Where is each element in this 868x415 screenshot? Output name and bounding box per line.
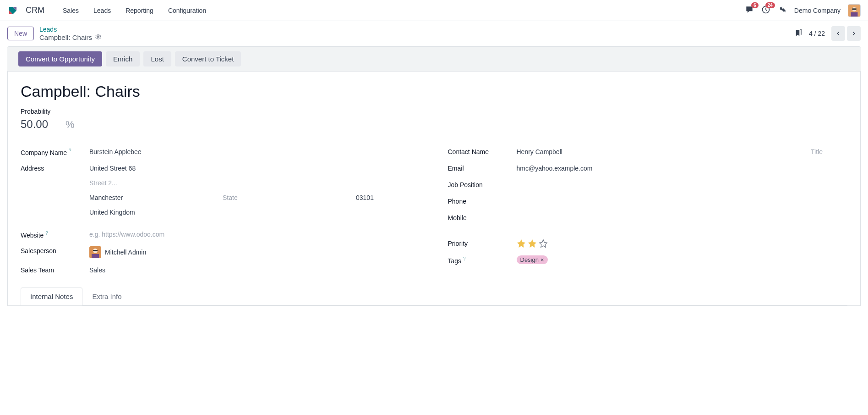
company-name-label: Company Name ? [21, 147, 89, 156]
state-input[interactable] [223, 193, 351, 202]
navbar-left: CRM Sales Leads Reporting Configuration [7, 2, 212, 19]
salesperson-value[interactable]: Mitchell Admin [89, 246, 420, 258]
app-logo-icon[interactable] [7, 5, 18, 16]
svg-rect-3 [852, 8, 856, 10]
pager-prev-button[interactable] [831, 26, 845, 41]
probability-label: Probability [21, 108, 847, 115]
website-input[interactable] [89, 230, 420, 239]
street-input[interactable] [89, 164, 420, 173]
form-sheet: Campbell: Chairs Probability % Company N… [7, 72, 861, 306]
company-selector[interactable]: Demo Company [794, 7, 841, 14]
job-position-label: Job Position [448, 180, 517, 188]
sales-team-label: Sales Team [21, 266, 89, 274]
tag-remove-icon[interactable]: × [540, 256, 544, 263]
website-label: Website ? [21, 230, 89, 239]
user-avatar[interactable] [848, 4, 861, 17]
city-input[interactable] [89, 193, 218, 202]
breadcrumb-current-text: Campbell: Chairs [39, 33, 92, 42]
lost-button[interactable]: Lost [143, 51, 171, 66]
gear-icon[interactable] [95, 33, 101, 42]
address-label: Address [21, 164, 89, 172]
messages-badge: 6 [751, 2, 759, 8]
street2-input[interactable] [89, 178, 420, 188]
top-navbar: CRM Sales Leads Reporting Configuration … [0, 0, 868, 21]
tab-internal-notes[interactable]: Internal Notes [21, 288, 82, 305]
form-grid: Company Name ? Address Webs [21, 144, 847, 278]
convert-opportunity-button[interactable]: Convert to Opportunity [18, 51, 102, 66]
tags-label: Tags ? [448, 255, 517, 265]
nav-configuration[interactable]: Configuration [163, 2, 212, 19]
job-position-input[interactable] [517, 180, 848, 189]
country-input[interactable] [89, 208, 420, 217]
form-left-column: Company Name ? Address Webs [21, 144, 420, 278]
zip-input[interactable] [356, 193, 420, 202]
navbar-right: 6 24 Demo Company [745, 4, 861, 17]
svg-point-5 [97, 36, 99, 38]
status-bar: Convert to Opportunity Enrich Lost Conve… [7, 46, 861, 72]
control-right: 4 / 22 [794, 26, 861, 41]
mobile-label: Mobile [448, 213, 517, 221]
star-icon[interactable] [517, 239, 526, 248]
nav-sales[interactable]: Sales [57, 2, 84, 19]
form-right-column: Contact Name Email Job Position Phone Mo… [448, 144, 848, 278]
percent-symbol: % [66, 119, 75, 131]
activities-badge: 24 [765, 2, 775, 8]
help-icon[interactable]: ? [463, 256, 466, 261]
tab-extra-info[interactable]: Extra Info [82, 288, 131, 305]
nav-reporting[interactable]: Reporting [120, 2, 159, 19]
messages-icon[interactable]: 6 [745, 5, 754, 16]
breadcrumb: Leads Campbell: Chairs [39, 26, 101, 42]
help-icon[interactable]: ? [45, 231, 48, 236]
mobile-input[interactable] [517, 213, 848, 222]
breadcrumb-parent-link[interactable]: Leads [39, 26, 101, 33]
company-name-input[interactable] [89, 147, 420, 156]
phone-label: Phone [448, 197, 517, 205]
svg-rect-9 [92, 254, 99, 258]
convert-ticket-button[interactable]: Convert to Ticket [175, 51, 241, 66]
pager-counter[interactable]: 4 / 22 [809, 30, 825, 37]
star-icon[interactable] [528, 239, 537, 248]
address-block [89, 164, 420, 222]
salesperson-name: Mitchell Admin [105, 249, 146, 256]
contact-title-input[interactable] [811, 147, 847, 156]
app-name[interactable]: CRM [26, 6, 44, 15]
probability-input[interactable] [21, 118, 57, 131]
enrich-button[interactable]: Enrich [106, 51, 140, 66]
notebook-tabs: Internal Notes Extra Info [21, 288, 847, 305]
svg-rect-8 [93, 250, 98, 251]
breadcrumb-current: Campbell: Chairs [39, 33, 101, 42]
help-icon[interactable]: ? [69, 148, 71, 153]
sales-team-input[interactable] [89, 266, 420, 275]
tag-label: Design [520, 256, 539, 263]
control-panel: New Leads Campbell: Chairs 4 / 22 [0, 21, 868, 46]
email-input[interactable] [517, 164, 848, 173]
contact-name-input[interactable] [517, 147, 806, 156]
debug-icon[interactable] [778, 5, 787, 16]
pager-next-button[interactable] [847, 26, 861, 41]
tags-value[interactable]: Design × [517, 255, 848, 264]
star-icon[interactable] [539, 239, 548, 248]
new-button[interactable]: New [7, 27, 34, 40]
salesperson-avatar-icon [89, 246, 101, 258]
probability-row: % [21, 118, 847, 131]
email-label: Email [448, 164, 517, 172]
record-title[interactable]: Campbell: Chairs [21, 83, 847, 100]
priority-stars [517, 239, 848, 248]
svg-rect-4 [851, 12, 858, 16]
salesperson-label: Salesperson [21, 246, 89, 255]
nav-leads[interactable]: Leads [88, 2, 116, 19]
priority-label: Priority [448, 239, 517, 247]
activities-icon[interactable]: 24 [761, 5, 770, 16]
tag-pill[interactable]: Design × [517, 255, 548, 264]
phone-input[interactable] [517, 197, 848, 206]
pager-buttons [831, 26, 861, 41]
contact-name-label: Contact Name [448, 147, 517, 155]
bookmark-icon[interactable] [794, 29, 802, 39]
